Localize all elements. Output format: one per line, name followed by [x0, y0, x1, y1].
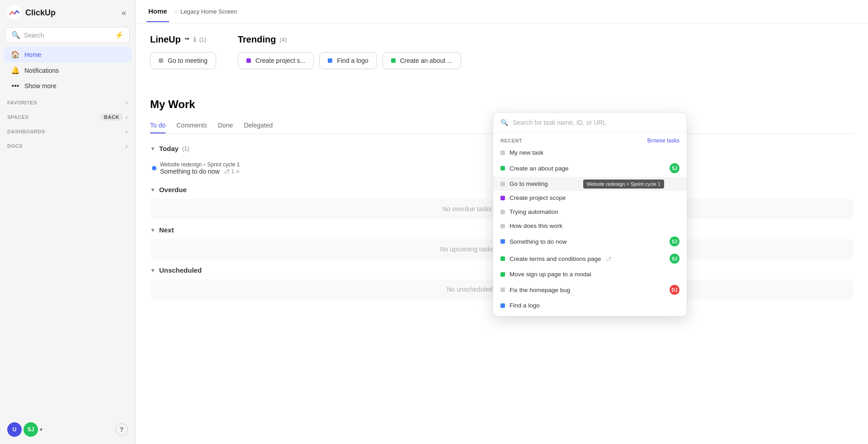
task-info: Something to do now ⎇ 1 ≡	[160, 168, 240, 175]
avatar-caret-icon[interactable]: ▾	[40, 426, 42, 433]
back-button[interactable]: Back	[100, 113, 123, 121]
di-avatar-7: SJ	[670, 254, 679, 264]
dropdown-item-1[interactable]: Create an about page SJ	[493, 160, 687, 177]
tab-home[interactable]: Home	[146, 1, 169, 22]
dropdown-item-3[interactable]: Create project scope	[493, 191, 687, 205]
breadcrumb: < Legacy Home Screen	[175, 8, 237, 15]
user-avatar-sj[interactable]: SJ	[24, 422, 38, 437]
di-sub-icon-7: ⎇	[606, 256, 612, 262]
lineup-info-icon[interactable]: ℹ	[193, 36, 196, 43]
user-avatar-u[interactable]: U	[7, 422, 22, 437]
lineup-task-dot	[159, 58, 163, 63]
trending-card-2[interactable]: Create an about ...	[382, 52, 461, 69]
dropdown-item-8[interactable]: Move sign up page to a modal	[493, 267, 687, 281]
tab-comments[interactable]: Comments	[176, 118, 207, 133]
dropdown-item-0[interactable]: My new task	[493, 146, 687, 160]
dropdown-item-10[interactable]: Find a logo	[493, 298, 687, 312]
di-avatar-6: SJ	[670, 236, 679, 246]
di-dot-9	[500, 288, 505, 292]
di-dot-8	[500, 272, 505, 277]
sidebar-item-home[interactable]: 🏠 Home	[4, 47, 132, 62]
trending-card-0[interactable]: Create project s...	[238, 52, 314, 69]
sidebar-item-notifications[interactable]: 🔔 Notifications	[4, 62, 132, 78]
task-path-project: Website redesign	[160, 161, 202, 168]
user-avatar-group: U SJ ▾	[7, 422, 42, 437]
recent-section-header: RECENT Browse tasks	[493, 133, 687, 146]
sidebar-item-home-label: Home	[24, 51, 41, 58]
task-info-col: Website redesign › Sprint cycle 1 Someth…	[160, 161, 240, 175]
app-name: ClickUp	[25, 8, 56, 18]
di-dot-2	[500, 182, 505, 186]
spaces-label: SPACES	[7, 114, 28, 120]
task-menu-icon: ≡	[236, 168, 239, 175]
di-dot-10	[500, 303, 505, 308]
trending-section: Trending (4) Create project s... Find a …	[238, 34, 461, 69]
unscheduled-label: Unscheduled	[159, 266, 202, 274]
di-dot-5	[500, 224, 505, 228]
tab-todo[interactable]: To do	[150, 118, 165, 133]
sidebar-collapse-button[interactable]: «	[120, 6, 128, 19]
di-label-10: Find a logo	[509, 302, 540, 309]
di-dot-4	[500, 210, 505, 214]
search-bar[interactable]: 🔍 Search ⚡	[5, 27, 130, 43]
di-label-6: Something to do now	[509, 238, 567, 245]
favorites-section-header: FAVORITES ›	[0, 94, 135, 108]
browse-tasks-link[interactable]: Browse tasks	[647, 137, 679, 144]
dropdown-search-icon: 🔍	[500, 119, 508, 126]
subtask-icon: ⎇	[223, 168, 230, 175]
di-label-1: Create an about page	[509, 165, 569, 172]
sidebar-item-notifications-label: Notifications	[24, 67, 59, 74]
next-collapse-icon: ▼	[150, 227, 156, 233]
dropdown-item-7[interactable]: Create terms and conditions page ⎇ SJ	[493, 250, 687, 267]
di-label-9: Fix the homepage bug	[509, 287, 570, 293]
dropdown-item-4[interactable]: Trying automation	[493, 205, 687, 219]
sidebar-header: ClickUp «	[0, 0, 135, 25]
lightning-button[interactable]: ⚡	[115, 31, 124, 39]
task-name[interactable]: Something to do now	[160, 168, 220, 175]
next-label: Next	[159, 226, 174, 234]
lineup-section: LineUp™ ℹ (1) Go to meeting	[150, 34, 216, 69]
tooltip-website-redesign: Website redesign > Sprint cycle 1	[583, 179, 664, 189]
sidebar: ClickUp « 🔍 Search ⚡ 🏠 Home 🔔 Notificati…	[0, 0, 136, 444]
trending-dot-0	[246, 58, 251, 63]
breadcrumb-legacy-link[interactable]: Legacy Home Screen	[180, 8, 237, 15]
trending-card-1[interactable]: Find a logo	[319, 52, 377, 69]
dashboards-expand-icon[interactable]: ›	[126, 128, 128, 135]
my-work-title: My Work	[150, 98, 854, 111]
topbar: Home < Legacy Home Screen	[136, 0, 868, 24]
clickup-logo-icon	[7, 5, 22, 20]
overdue-collapse-icon: ▼	[150, 187, 156, 193]
logo-button[interactable]: ClickUp	[7, 5, 56, 20]
docs-section-header: DOCS ›	[0, 137, 135, 151]
dropdown-item-2[interactable]: Go to meeting Website redesign > Sprint …	[493, 177, 687, 191]
dropdown-search-input[interactable]	[513, 119, 679, 126]
lineup-task-card[interactable]: Go to meeting	[150, 52, 216, 69]
sidebar-bottom: U SJ ▾ ?	[0, 422, 135, 437]
task-meta: ⎇ 1 ≡	[223, 168, 240, 175]
help-button[interactable]: ?	[115, 423, 128, 436]
today-count: (1)	[182, 145, 189, 152]
docs-expand-icon[interactable]: ›	[126, 142, 128, 150]
recent-label: RECENT	[500, 138, 522, 143]
breadcrumb-separator: <	[175, 8, 178, 15]
docs-label: DOCS	[7, 143, 23, 149]
di-label-3: Create project scope	[509, 194, 566, 201]
di-label-0: My new task	[509, 149, 543, 156]
di-dot-1	[500, 166, 505, 170]
favorites-expand-icon[interactable]: ›	[126, 99, 128, 106]
sidebar-item-show-more-label: Show more	[24, 82, 57, 90]
dropdown-item-5[interactable]: How does this work	[493, 219, 687, 233]
tab-done[interactable]: Done	[218, 118, 233, 133]
today-collapse-icon: ▼	[150, 146, 156, 152]
home-icon: 🏠	[11, 50, 20, 59]
spaces-expand-icon[interactable]: ›	[126, 113, 128, 121]
overdue-label: Overdue	[159, 186, 187, 194]
trending-label-1: Find a logo	[337, 57, 368, 64]
dropdown-item-9[interactable]: Fix the homepage bug DJ	[493, 281, 687, 298]
task-path-sprint: Sprint cycle 1	[208, 161, 240, 168]
tab-delegated[interactable]: Delegated	[244, 118, 273, 133]
di-dot-3	[500, 196, 505, 200]
sidebar-item-show-more[interactable]: ••• Show more	[4, 78, 132, 94]
dropdown-item-6[interactable]: Something to do now SJ	[493, 233, 687, 250]
di-dot-0	[500, 151, 505, 155]
